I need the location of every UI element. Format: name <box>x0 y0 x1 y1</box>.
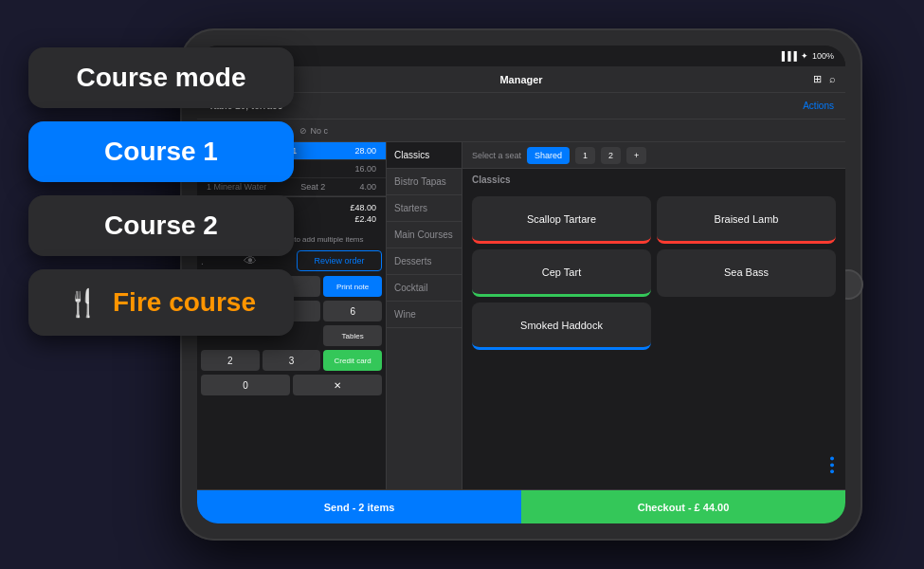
seat-1-btn[interactable]: 1 <box>575 147 595 164</box>
category-desserts[interactable]: Desserts <box>387 248 462 275</box>
course-2-card[interactable]: Course 2 <box>28 195 294 256</box>
no-icon: ⊘ <box>299 126 307 136</box>
num-x[interactable]: ✕ <box>293 375 382 395</box>
top-bar: Manager ⊞ ⌕ <box>197 66 845 93</box>
category-main-courses[interactable]: Main Courses <box>387 222 462 248</box>
num-3[interactable]: 3 <box>263 350 321 371</box>
num-0[interactable]: 0 <box>201 375 290 395</box>
menu-item-smoked-haddock[interactable]: Smoked Haddock <box>472 303 651 350</box>
course-1-card[interactable]: Course 1 <box>28 121 294 182</box>
menu-item-sea-bass[interactable]: Sea Bass <box>657 249 836 297</box>
course-2-label: Course 2 <box>104 211 218 241</box>
seat-selector: Select a seat Shared 1 2 + <box>462 142 845 169</box>
category-classics[interactable]: Classics <box>387 142 462 169</box>
course-mode-card[interactable]: Course mode <box>28 47 294 108</box>
fire-course-content: 🍴 Fire course <box>66 287 256 319</box>
section-title: Classics <box>462 169 845 191</box>
menu-item-scallop-tartare[interactable]: Scallop Tartare <box>472 196 651 244</box>
app-title: Manager <box>499 74 542 85</box>
ipad-screen: 9:41 Mon Jun 3 ▐▐▐ ✦ 100% Manager ⊞ ⌕ Ta… <box>197 46 845 523</box>
seat-shared-btn[interactable]: Shared <box>527 147 570 164</box>
category-bistro-tapas[interactable]: Bistro Tapas <box>387 169 462 195</box>
seat-add-btn[interactable]: + <box>626 147 646 164</box>
actions-button[interactable]: Actions <box>803 101 834 111</box>
checkout-button[interactable]: Checkout - £ 44.00 <box>521 490 845 523</box>
num-2[interactable]: 2 <box>201 350 260 371</box>
seat-select-label: Select a seat <box>472 151 521 160</box>
print-note-btn[interactable]: Print note <box>323 276 382 297</box>
grid-icon[interactable]: ⊞ <box>813 73 822 85</box>
menu-item-braised-lamb[interactable]: Braised Lamb <box>657 196 836 244</box>
course-1-label: Course 1 <box>104 137 218 167</box>
no-item: ⊘ No c <box>299 126 328 136</box>
table-header: Table 20, terrace Actions <box>197 93 845 119</box>
tables-btn[interactable]: Tables <box>323 325 382 346</box>
wifi-icon: ✦ <box>801 51 808 61</box>
fire-course-card[interactable]: 🍴 Fire course <box>28 269 294 336</box>
status-bar: 9:41 Mon Jun 3 ▐▐▐ ✦ 100% <box>197 46 845 66</box>
battery-label: 100% <box>812 51 834 61</box>
course-mode-label: Course mode <box>77 63 246 93</box>
fire-icon: 🍴 <box>66 287 100 319</box>
three-dot-menu[interactable]: ••• <box>824 456 840 476</box>
category-cocktail[interactable]: Cocktail <box>387 275 462 302</box>
fire-course-label: Fire course <box>113 287 256 318</box>
search-icon[interactable]: ⌕ <box>829 73 836 85</box>
send-button[interactable]: Send - 2 items <box>197 490 521 523</box>
menu-grid: Scallop Tartare Braised Lamb Cep Tart Se… <box>462 191 845 356</box>
credit-card-btn[interactable]: Credit card <box>323 350 382 371</box>
category-wine[interactable]: Wine <box>387 302 462 328</box>
menu-panel: Classics Bistro Tapas Starters Main Cour… <box>387 142 845 489</box>
main-content: re Seat 1 28.00 Seat 2 16.00 1 Mineral W… <box>197 142 845 489</box>
review-order-btn[interactable]: Review order <box>297 250 382 271</box>
signal-icon: ▐▐▐ <box>779 51 797 61</box>
menu-item-cep-tart[interactable]: Cep Tart <box>472 249 651 297</box>
bottom-action-bar: Send - 2 items Checkout - £ 44.00 <box>197 489 845 523</box>
table-name: Table 20, terrace <box>208 101 803 111</box>
menu-items-area: Select a seat Shared 1 2 + Classics Scal… <box>462 142 845 489</box>
overlay-container: Course mode Course 1 Course 2 🍴 Fire cou… <box>28 47 294 336</box>
category-starters[interactable]: Starters <box>387 195 462 222</box>
seat-2-btn[interactable]: 2 <box>601 147 621 164</box>
toolbar: ▼ 👥 2 ✎ Default ⊘ No c <box>197 119 845 142</box>
num-6[interactable]: 6 <box>323 301 382 321</box>
menu-categories: Classics Bistro Tapas Starters Main Cour… <box>387 142 462 489</box>
